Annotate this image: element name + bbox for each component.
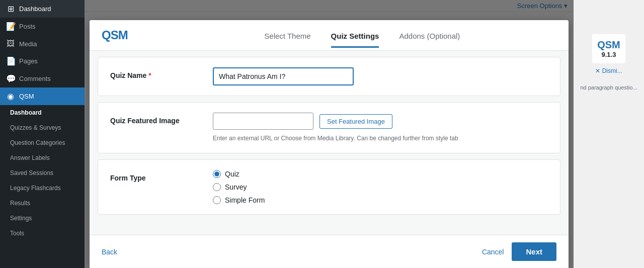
- radio-simple-form-input[interactable]: [213, 196, 221, 204]
- quiz-name-input[interactable]: [213, 67, 354, 85]
- qsm-widget-logo: QSM: [597, 39, 620, 51]
- sidebar-sub-flashcards[interactable]: Legacy Flashcards: [0, 181, 85, 196]
- image-input-row: Set Featured Image: [213, 113, 548, 130]
- featured-image-section: Quiz Featured Image Set Featured Image E…: [98, 102, 560, 153]
- qsm-widget: QSM 9.1.3: [592, 34, 625, 63]
- radio-simple-form[interactable]: Simple Form: [213, 196, 548, 204]
- radio-quiz-input[interactable]: [213, 170, 221, 178]
- pages-icon: 📄: [6, 56, 15, 66]
- quiz-name-input-wrapper: [213, 67, 548, 85]
- modal-body: Quiz Name* Quiz Featured Image Set Featu…: [90, 51, 569, 235]
- sidebar-sub-categories[interactable]: Question Categories: [0, 135, 85, 150]
- footer-right: Cancel Next: [482, 242, 556, 261]
- tab-quiz-settings[interactable]: Quiz Settings: [331, 32, 379, 48]
- form-type-section: Form Type Quiz Survey: [98, 159, 560, 215]
- sidebar-item-posts[interactable]: 📝 Posts: [0, 18, 85, 35]
- sidebar-sub-answers[interactable]: Answer Labels: [0, 150, 85, 165]
- required-star: *: [148, 71, 151, 79]
- posts-icon: 📝: [6, 22, 15, 31]
- form-type-label: Form Type: [110, 170, 201, 182]
- sidebar-sub-settings[interactable]: Settings: [0, 211, 85, 226]
- radio-quiz[interactable]: Quiz: [213, 170, 548, 178]
- cancel-button[interactable]: Cancel: [482, 248, 504, 256]
- sidebar-item-dashboard[interactable]: ⊞ Dashboard: [0, 0, 85, 18]
- modal-footer: Back Cancel Next: [90, 235, 569, 268]
- main-content: Screen Options ▾ QSM Dashboard QSM Selec…: [85, 0, 574, 268]
- sidebar-sub-tools[interactable]: Tools: [0, 226, 85, 241]
- modal-header: QSM Select Theme Quiz Settings Addons (O…: [90, 20, 569, 51]
- sidebar-item-media[interactable]: 🖼 Media: [0, 35, 85, 52]
- featured-image-url-input[interactable]: [213, 113, 313, 130]
- create-quiz-modal: QSM Select Theme Quiz Settings Addons (O…: [90, 20, 569, 268]
- featured-image-controls: Set Featured Image Enter an external URL…: [213, 113, 548, 143]
- modal-logo: QSM: [102, 28, 128, 42]
- featured-image-help: Enter an external URL or Choose from Med…: [213, 134, 548, 143]
- sidebar-sub-sessions[interactable]: Saved Sessions: [0, 165, 85, 181]
- quiz-name-label: Quiz Name*: [110, 67, 201, 79]
- form-type-controls: Quiz Survey Simple Form: [213, 170, 548, 204]
- modal-tabs: Select Theme Quiz Settings Addons (Optio…: [168, 32, 556, 39]
- qsm-icon: ◉: [6, 92, 15, 101]
- sidebar: ⊞ Dashboard 📝 Posts 🖼 Media 📄 Pages 💬 Co…: [0, 0, 85, 268]
- tab-addons[interactable]: Addons (Optional): [399, 32, 460, 48]
- comments-icon: 💬: [6, 74, 15, 83]
- next-button[interactable]: Next: [512, 242, 556, 261]
- sidebar-item-pages[interactable]: 📄 Pages: [0, 52, 85, 70]
- sidebar-item-comments[interactable]: 💬 Comments: [0, 70, 85, 87]
- tab-select-theme[interactable]: Select Theme: [264, 32, 310, 48]
- radio-survey[interactable]: Survey: [213, 183, 548, 191]
- qsm-widget-version: 9.1.3: [597, 51, 620, 58]
- right-sidebar: QSM 9.1.3 ✕ Dismi... nd paragraph questi…: [574, 0, 644, 268]
- radio-group-form-type: Quiz Survey Simple Form: [213, 170, 548, 204]
- media-icon: 🖼: [6, 39, 15, 48]
- quiz-name-row: Quiz Name*: [110, 67, 548, 85]
- sidebar-sub-dashboard[interactable]: Dashboard: [0, 105, 85, 120]
- back-button[interactable]: Back: [102, 248, 117, 256]
- form-type-row: Form Type Quiz Survey: [110, 170, 548, 204]
- quiz-name-section: Quiz Name*: [98, 57, 560, 96]
- sidebar-sub-quizzes[interactable]: Quizzes & Surveys: [0, 120, 85, 135]
- radio-survey-input[interactable]: [213, 183, 221, 191]
- paragraph-notice: nd paragraph questio...: [580, 84, 637, 91]
- sidebar-sub-results[interactable]: Results: [0, 196, 85, 211]
- sidebar-item-qsm[interactable]: ◉ QSM: [0, 87, 85, 105]
- dashboard-icon: ⊞: [6, 4, 15, 14]
- featured-image-row: Quiz Featured Image Set Featured Image E…: [110, 113, 548, 143]
- set-featured-image-button[interactable]: Set Featured Image: [319, 114, 392, 129]
- dismiss-link[interactable]: ✕ Dismi...: [595, 67, 622, 74]
- featured-image-label: Quiz Featured Image: [110, 113, 201, 125]
